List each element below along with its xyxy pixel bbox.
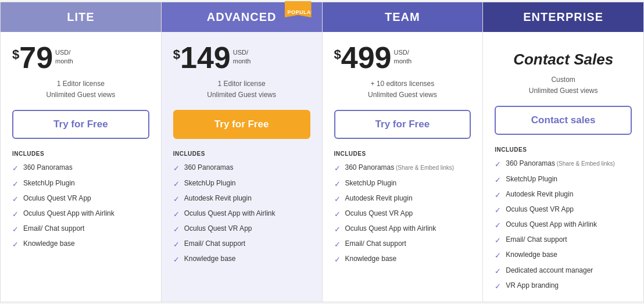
contact-sales-heading: Contact Sales xyxy=(495,51,632,69)
feature-text: 360 Panoramas xyxy=(23,163,73,173)
price-usd: USD/month xyxy=(394,48,412,66)
list-item: ✓SketchUp Plugin xyxy=(12,178,149,189)
enterprise-body: Contact SalesCustomUnlimited Guest views… xyxy=(483,32,643,302)
list-item: ✓Autodesk Revit plugin xyxy=(334,194,471,205)
advanced-cta-button[interactable]: Try for Free xyxy=(173,110,310,139)
advanced-feature-list: ✓360 Panoramas✓SketchUp Plugin✓Autodesk … xyxy=(173,163,310,269)
feature-text: Knowledge base xyxy=(184,254,236,264)
list-item: ✓Knowledge base xyxy=(334,254,471,265)
plan-team: TEAM$499USD/month+ 10 editors licensesUn… xyxy=(323,2,484,302)
price-dollar: $ xyxy=(12,47,19,62)
feature-text: 360 Panoramas (Share & Embed links) xyxy=(345,163,455,173)
advanced-includes-label: INCLUDES xyxy=(173,151,310,157)
feature-text: Autodesk Revit plugin xyxy=(506,189,573,199)
check-icon: ✓ xyxy=(334,179,341,189)
feature-text: Oculus Quest App with Airlink xyxy=(345,224,437,234)
list-item: ✓Oculus Quest VR App xyxy=(12,194,149,205)
check-icon: ✓ xyxy=(12,239,19,250)
check-icon: ✓ xyxy=(334,255,341,265)
team-price-desc: + 10 editors licensesUnlimited Guest vie… xyxy=(334,78,471,101)
feature-text: VR App branding xyxy=(506,281,559,291)
check-icon: ✓ xyxy=(173,163,180,174)
price-dollar: $ xyxy=(334,47,341,62)
check-icon: ✓ xyxy=(495,190,501,201)
feature-text: Oculus Quest App with Airlink xyxy=(506,220,597,230)
check-icon: ✓ xyxy=(173,194,180,205)
advanced-header: ADVANCEDPOPULAR xyxy=(162,2,322,32)
feature-text: Dedicated account manager xyxy=(506,266,593,276)
check-icon: ✓ xyxy=(12,163,19,174)
team-body: $499USD/month+ 10 editors licensesUnlimi… xyxy=(323,32,483,302)
check-icon: ✓ xyxy=(495,281,501,292)
check-icon: ✓ xyxy=(334,239,341,250)
check-icon: ✓ xyxy=(495,235,501,246)
feature-sub: (Share & Embed links) xyxy=(394,164,454,171)
advanced-price-desc: 1 Editor licenseUnlimited Guest views xyxy=(173,78,310,101)
check-icon: ✓ xyxy=(495,266,501,277)
feature-text: Email/ Chat support xyxy=(506,235,567,245)
list-item: ✓Oculus Quest VR App xyxy=(173,224,310,235)
list-item: ✓360 Panoramas xyxy=(12,163,149,174)
list-item: ✓SketchUp Plugin xyxy=(173,178,310,189)
lite-price-section: $79USD/month xyxy=(12,42,149,73)
feature-text: Knowledge base xyxy=(506,250,557,260)
feature-text: Knowledge base xyxy=(345,254,397,264)
team-cta-button[interactable]: Try for Free xyxy=(334,110,471,139)
list-item: ✓360 Panoramas (Share & Embed links) xyxy=(495,159,632,170)
enterprise-cta-button[interactable]: Contact sales xyxy=(495,106,632,135)
price-usd: USD/month xyxy=(233,48,251,66)
list-item: ✓Oculus Quest App with Airlink xyxy=(12,209,149,220)
list-item: ✓Knowledge base xyxy=(173,254,310,265)
check-icon: ✓ xyxy=(173,209,180,220)
pricing-table: LITE$79USD/month1 Editor licenseUnlimite… xyxy=(0,2,644,302)
list-item: ✓Email/ Chat support xyxy=(495,235,632,246)
lite-cta-button[interactable]: Try for Free xyxy=(12,110,149,139)
enterprise-price-desc: CustomUnlimited Guest views xyxy=(495,74,632,96)
feature-text: Autodesk Revit plugin xyxy=(345,194,413,203)
lite-feature-list: ✓360 Panoramas✓SketchUp Plugin✓Oculus Qu… xyxy=(12,163,149,254)
check-icon: ✓ xyxy=(495,205,501,216)
feature-text: Knowledge base xyxy=(23,239,75,249)
feature-text: Oculus Quest VR App xyxy=(506,205,574,214)
feature-text: Oculus Quest App with Airlink xyxy=(23,209,115,219)
feature-text: Oculus Quest VR App xyxy=(345,209,413,219)
price-amount: 79 xyxy=(19,42,53,73)
price-usd: USD/month xyxy=(55,48,73,66)
feature-text: Oculus Quest VR App xyxy=(184,224,252,234)
list-item: ✓SketchUp Plugin xyxy=(495,174,632,185)
team-feature-list: ✓360 Panoramas (Share & Embed links)✓Ske… xyxy=(334,163,471,269)
enterprise-header: ENTERPRISE xyxy=(483,2,643,32)
check-icon: ✓ xyxy=(12,209,19,220)
check-icon: ✓ xyxy=(173,224,180,235)
check-icon: ✓ xyxy=(334,194,341,205)
price-amount: 149 xyxy=(180,42,231,73)
feature-text: Email/ Chat support xyxy=(184,239,245,249)
team-price-section: $499USD/month xyxy=(334,42,471,73)
check-icon: ✓ xyxy=(12,224,19,235)
check-icon: ✓ xyxy=(173,179,180,189)
check-icon: ✓ xyxy=(12,179,19,189)
list-item: ✓Email/ Chat support xyxy=(12,224,149,235)
feature-text: Autodesk Revit plugin xyxy=(184,194,252,203)
feature-text: Oculus Quest App with Airlink xyxy=(184,209,276,219)
list-item: ✓Knowledge base xyxy=(12,239,149,250)
popular-badge: POPULAR xyxy=(285,1,312,17)
list-item: ✓Oculus Quest App with Airlink xyxy=(334,224,471,235)
check-icon: ✓ xyxy=(173,255,180,265)
check-icon: ✓ xyxy=(334,224,341,235)
feature-text: SketchUp Plugin xyxy=(506,174,557,184)
lite-price-desc: 1 Editor licenseUnlimited Guest views xyxy=(12,78,149,101)
check-icon: ✓ xyxy=(12,194,19,205)
check-icon: ✓ xyxy=(173,239,180,250)
check-icon: ✓ xyxy=(495,251,501,261)
plan-advanced: ADVANCEDPOPULAR$149USD/month1 Editor lic… xyxy=(162,2,323,302)
list-item: ✓Email/ Chat support xyxy=(334,239,471,250)
list-item: ✓Autodesk Revit plugin xyxy=(173,194,310,205)
plan-lite: LITE$79USD/month1 Editor licenseUnlimite… xyxy=(1,2,162,302)
list-item: ✓Knowledge base xyxy=(495,250,632,261)
feature-text: Email/ Chat support xyxy=(23,224,84,234)
check-icon: ✓ xyxy=(495,175,501,185)
plan-enterprise: ENTERPRISEContact SalesCustomUnlimited G… xyxy=(483,2,643,302)
feature-text: SketchUp Plugin xyxy=(23,178,75,188)
check-icon: ✓ xyxy=(495,220,501,231)
